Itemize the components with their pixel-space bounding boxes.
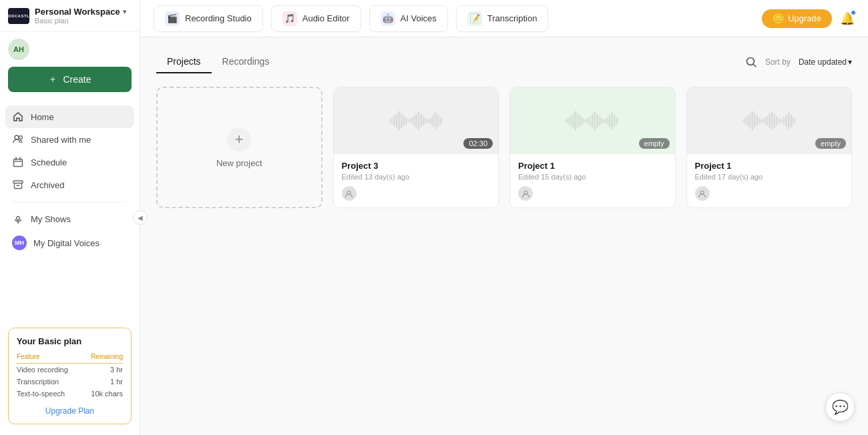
svg-rect-76 bbox=[795, 119, 796, 123]
new-project-card[interactable]: + New project bbox=[156, 87, 322, 208]
tool-button-ai-voices[interactable]: 🤖AI Voices bbox=[369, 5, 448, 32]
sidebar-item-archived[interactable]: Archived bbox=[5, 173, 134, 196]
svg-rect-14 bbox=[408, 119, 410, 123]
upgrade-plan-link[interactable]: Upgrade Plan bbox=[17, 406, 123, 416]
svg-rect-20 bbox=[423, 116, 425, 125]
card-info: Project 1 Edited 15 day(s) ago bbox=[510, 154, 675, 207]
svg-rect-62 bbox=[761, 119, 763, 123]
sidebar-item-schedule[interactable]: Schedule bbox=[5, 151, 134, 173]
svg-rect-43 bbox=[597, 114, 599, 128]
card-title: Project 1 bbox=[695, 161, 844, 171]
chat-button[interactable]: 💬 bbox=[825, 392, 855, 422]
sidebar-item-mydigitalvoices[interactable]: MH My Digital Voices bbox=[5, 230, 134, 256]
audio-editor-icon: 🎵 bbox=[282, 11, 297, 26]
tool-button-recording-studio[interactable]: 🎬Recording Studio bbox=[154, 5, 263, 32]
svg-rect-15 bbox=[410, 118, 412, 123]
card-title: Project 1 bbox=[518, 161, 667, 171]
create-button[interactable]: ＋ Create bbox=[8, 67, 132, 92]
plan-row: Text-to-speech10k chars bbox=[17, 388, 123, 400]
upgrade-button[interactable]: 🪙 Upgrade bbox=[762, 9, 832, 28]
card-info: Project 1 Edited 17 day(s) ago bbox=[687, 154, 852, 207]
svg-rect-28 bbox=[442, 119, 443, 123]
card-thumbnail: empty bbox=[687, 87, 852, 154]
svg-rect-16 bbox=[413, 116, 415, 125]
svg-rect-33 bbox=[572, 113, 574, 128]
svg-rect-46 bbox=[604, 119, 606, 123]
svg-rect-21 bbox=[425, 118, 427, 123]
notification-button[interactable]: 🔔 bbox=[840, 11, 855, 26]
svg-rect-8 bbox=[393, 115, 395, 126]
my-digital-voices-avatar: MH bbox=[12, 236, 27, 250]
tabs-bar: Projects Recordings Sort by Date updated… bbox=[156, 51, 852, 73]
sidebar-header: PODCASTLE Personal Workspace ▾ Basic pla… bbox=[0, 0, 140, 32]
podcast-icon bbox=[12, 213, 24, 225]
card-info: Project 3 Edited 13 day(s) ago bbox=[334, 154, 499, 207]
svg-rect-11 bbox=[401, 113, 403, 128]
card-badge: empty bbox=[815, 138, 846, 149]
svg-rect-18 bbox=[417, 111, 419, 129]
card-date: Edited 13 day(s) ago bbox=[342, 173, 491, 181]
svg-point-29 bbox=[347, 191, 351, 194]
svg-rect-75 bbox=[793, 117, 795, 124]
project-card-project3[interactable]: 02:30 Project 3 Edited 13 day(s) ago bbox=[333, 87, 499, 208]
plan-row: Video recording3 hr bbox=[17, 364, 123, 376]
archive-icon bbox=[12, 179, 24, 191]
sort-chevron-icon: ▾ bbox=[848, 57, 852, 67]
svg-rect-72 bbox=[785, 114, 787, 127]
card-avatar bbox=[695, 186, 710, 201]
tool-button-transcription[interactable]: 📝Transcription bbox=[456, 5, 549, 32]
home-icon bbox=[12, 111, 24, 123]
svg-rect-74 bbox=[790, 114, 792, 127]
nav-section: Home Shared with me Schedule Archived bbox=[0, 103, 140, 322]
search-button[interactable] bbox=[745, 56, 757, 68]
app-logo: PODCASTLE bbox=[8, 8, 29, 24]
plan-remaining: 1 hr bbox=[82, 376, 123, 388]
sidebar-item-myshows[interactable]: My Shows bbox=[5, 207, 134, 230]
svg-rect-63 bbox=[763, 118, 765, 123]
recording-studio-icon: 🎬 bbox=[165, 11, 180, 26]
svg-rect-56 bbox=[746, 115, 748, 126]
card-avatar bbox=[342, 186, 357, 201]
svg-rect-54 bbox=[742, 119, 744, 123]
tool-button-audio-editor[interactable]: 🎵Audio Editor bbox=[271, 5, 361, 32]
svg-rect-9 bbox=[396, 113, 398, 128]
tabs-actions: Sort by Date updated ▾ bbox=[745, 56, 852, 68]
tabs: Projects Recordings bbox=[156, 51, 280, 73]
users-icon bbox=[12, 133, 24, 145]
svg-rect-55 bbox=[744, 117, 746, 124]
svg-rect-32 bbox=[570, 115, 572, 126]
project-card-project1a[interactable]: empty Project 1 Edited 15 day(s) ago bbox=[509, 87, 676, 208]
avatar[interactable]: AH bbox=[8, 39, 29, 60]
svg-point-1 bbox=[19, 136, 23, 139]
workspace-name[interactable]: Personal Workspace ▾ bbox=[35, 7, 132, 17]
sidebar: PODCASTLE Personal Workspace ▾ Basic pla… bbox=[0, 0, 140, 435]
collapse-sidebar-button[interactable]: ◀ bbox=[133, 210, 148, 225]
chevron-down-icon: ▾ bbox=[123, 8, 126, 15]
sidebar-item-shared[interactable]: Shared with me bbox=[5, 128, 134, 151]
svg-rect-42 bbox=[594, 111, 596, 129]
svg-point-4 bbox=[17, 217, 20, 220]
sidebar-item-home[interactable]: Home bbox=[5, 105, 134, 128]
svg-rect-17 bbox=[415, 114, 417, 128]
sort-value[interactable]: Date updated ▾ bbox=[799, 57, 852, 67]
svg-rect-41 bbox=[592, 114, 594, 128]
project-card-project1b[interactable]: empty Project 1 Edited 17 day(s) ago bbox=[686, 87, 853, 208]
card-title: Project 3 bbox=[342, 161, 491, 171]
card-thumbnail: 02:30 bbox=[334, 87, 499, 154]
svg-rect-36 bbox=[580, 115, 582, 126]
card-avatar bbox=[518, 186, 533, 201]
plan-feature: Text-to-speech bbox=[17, 388, 82, 400]
svg-rect-25 bbox=[435, 112, 437, 129]
svg-point-0 bbox=[15, 135, 19, 139]
top-right: 🪙 Upgrade 🔔 bbox=[762, 9, 855, 28]
plan-remaining: 10k chars bbox=[82, 388, 123, 400]
svg-rect-60 bbox=[756, 115, 758, 126]
basic-plan-box: Your Basic plan Feature Remaining Video … bbox=[8, 328, 132, 424]
svg-rect-22 bbox=[427, 119, 429, 123]
svg-rect-70 bbox=[781, 119, 783, 123]
tab-projects[interactable]: Projects bbox=[156, 51, 212, 73]
tab-recordings[interactable]: Recordings bbox=[212, 51, 280, 73]
svg-rect-69 bbox=[778, 118, 780, 123]
svg-rect-27 bbox=[439, 117, 441, 124]
plan-header-feature: Feature bbox=[17, 352, 82, 364]
